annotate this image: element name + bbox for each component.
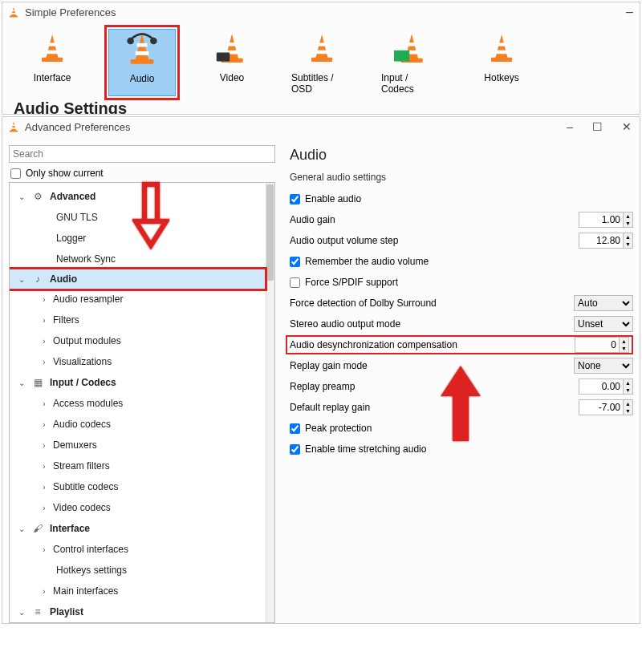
spin-up-icon[interactable]: ▲ [624,213,632,220]
peak-protection-label: Peak protection [305,423,372,434]
spin-up-icon[interactable]: ▲ [624,400,632,407]
tree-video-codecs[interactable]: ›Video codecs [10,497,274,518]
spin-down-icon[interactable]: ▼ [624,407,632,415]
cutoff-heading: Audio Settings [2,99,640,114]
hotkeys-icon [482,29,521,67]
close-button[interactable]: ✕ [622,120,632,133]
subtitles-icon [303,29,341,67]
category-input-codecs[interactable]: Input / Codecs [378,29,445,96]
audio-gain-label: Audio gain [290,214,579,225]
window-title: Simple Preferences [25,6,116,18]
stereo-mode-label: Stereo audio output mode [290,318,574,330]
only-show-current[interactable]: Only show current [10,168,275,179]
category-video[interactable]: Video [198,29,266,96]
minimize-button[interactable]: – [626,5,633,19]
audio-gain-spinner[interactable]: ▲▼ [579,212,633,228]
music-note-icon: ♪ [30,272,45,286]
enable-audio-checkbox[interactable] [290,194,300,204]
codecs-icon [392,29,431,67]
video-icon [213,29,251,67]
svg-rect-7 [144,184,157,221]
window-title: Advanced Preferences [25,121,131,133]
tree-network-sync[interactable]: Network Sync [10,249,274,269]
peak-protection-checkbox[interactable] [290,423,300,434]
tree-interface[interactable]: ⌄🖌Interface [10,518,274,539]
remember-volume-checkbox[interactable] [290,257,300,267]
time-stretch-checkbox[interactable] [290,444,300,455]
spin-up-icon[interactable]: ▲ [624,233,632,241]
panel-subheading: General audio settings [290,172,633,183]
category-label: Input / Codecs [378,71,445,96]
audio-icon [123,30,161,68]
row-dolby: Force detection of Dolby Surround Auto [290,293,633,313]
category-label: Subtitles / OSD [288,71,356,96]
replay-preamp-label: Replay preamp [290,381,579,392]
row-stereo-mode: Stereo audio output mode Unset [290,314,633,334]
category-hotkeys[interactable]: Hotkeys [468,29,535,96]
tree-input-codecs[interactable]: ⌄▦Input / Codecs [10,372,274,393]
tree-audio-resampler[interactable]: ›Audio resampler [10,289,274,310]
tree-output-modules[interactable]: ›Output modules [10,330,274,351]
tree-hotkeys-settings[interactable]: Hotkeys settings [10,560,274,581]
search-input[interactable] [9,145,275,163]
spin-up-icon[interactable]: ▲ [620,338,628,345]
tree-playlist[interactable]: ⌄≡Playlist [10,601,274,622]
desync-label: Audio desynchronization compensation [290,339,575,350]
svg-rect-6 [394,51,409,62]
tree-demuxers[interactable]: ›Demuxers [10,435,274,455]
volume-step-input[interactable] [579,233,624,249]
tree-subtitle-codecs[interactable]: ›Subtitle codecs [10,476,274,497]
category-interface[interactable]: Interface [18,29,86,96]
advanced-preferences-window: Advanced Preferences – ☐ ✕ Only show cur… [2,116,640,624]
only-show-checkbox[interactable] [10,168,21,179]
stereo-mode-select[interactable]: Unset [574,316,633,332]
tree-access-modules[interactable]: ›Access modules [10,393,274,414]
audio-gain-input[interactable] [579,212,624,228]
tree-visualizations[interactable]: ›Visualizations [10,351,274,372]
row-force-spdif: Force S/PDIF support [290,273,633,292]
category-label: Audio [127,71,158,86]
spin-up-icon[interactable]: ▲ [624,379,632,387]
desync-spinner[interactable]: ▲▼ [575,337,629,353]
spin-down-icon[interactable]: ▼ [620,345,628,352]
volume-step-spinner[interactable]: ▲▼ [579,233,633,249]
tree-scrollbar[interactable] [266,183,274,622]
vlc-cone-icon [7,120,20,133]
scrollbar-thumb[interactable] [266,184,274,281]
time-stretch-label: Enable time stretching audio [305,443,426,455]
svg-marker-9 [444,369,477,395]
dolby-select[interactable]: Auto [574,295,633,311]
window-titlebar: Simple Preferences – [2,2,640,21]
tree-audio[interactable]: ⌄♪Audio [9,269,266,289]
replay-preamp-input[interactable] [579,379,624,395]
category-audio[interactable]: Audio [108,29,176,96]
annotation-arrow-up-icon [441,366,481,446]
tree-main-interfaces[interactable]: ›Main interfaces [10,581,274,601]
replay-mode-select[interactable]: None [574,358,633,374]
enable-audio-label: Enable audio [305,193,361,204]
spin-down-icon[interactable]: ▼ [624,220,632,227]
spin-down-icon[interactable]: ▼ [624,387,632,394]
default-replay-label: Default replay gain [290,402,579,413]
minimize-button[interactable]: – [567,120,573,133]
window-titlebar: Advanced Preferences – ☐ ✕ [2,117,640,136]
tree-filters[interactable]: ›Filters [10,310,274,330]
force-spdif-checkbox[interactable] [290,277,300,288]
codecs-icon: ▦ [30,375,45,390]
interface-icon [33,29,71,67]
replay-preamp-spinner[interactable]: ▲▼ [579,379,633,395]
category-label: Interface [30,71,75,85]
tree-stream-filters[interactable]: ›Stream filters [10,455,274,476]
default-replay-input[interactable] [579,399,624,415]
remember-volume-label: Remember the audio volume [305,256,429,267]
default-replay-spinner[interactable]: ▲▼ [579,399,633,415]
maximize-button[interactable]: ☐ [592,120,603,133]
category-subtitles[interactable]: Subtitles / OSD [288,29,356,96]
desync-input[interactable] [575,337,620,353]
row-volume-step: Audio output volume step ▲▼ [290,231,633,250]
svg-rect-10 [453,395,469,441]
tree-control-interfaces[interactable]: ›Control interfaces [10,539,274,560]
tree-audio-codecs[interactable]: ›Audio codecs [10,414,274,435]
spin-down-icon[interactable]: ▼ [624,241,632,248]
category-icon-row: Interface Audio Video Subtitles / OSD [2,21,640,99]
